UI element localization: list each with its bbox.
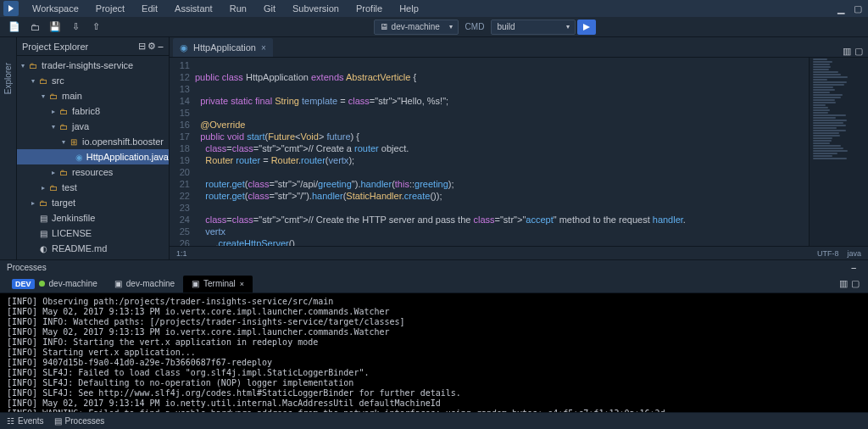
split-terminal-icon[interactable]: ▥	[839, 278, 848, 289]
processes-title: Processes	[7, 263, 47, 272]
upload-icon[interactable]: ⇧	[86, 19, 105, 36]
events-tab[interactable]: ☷Events	[7, 416, 44, 426]
tree-java[interactable]: ▾🗀java	[17, 119, 169, 134]
tree-license[interactable]: ▤LICENSE	[17, 226, 169, 241]
chevron-down-icon: ▾	[449, 23, 453, 31]
java-file-icon: ◉	[180, 42, 188, 53]
editor-area: ◉ HttpApplication × ▥ ▢ 11 12 13 14 15 1…	[170, 37, 868, 259]
close-terminal-icon[interactable]: ×	[240, 280, 244, 288]
encoding-label: UTF-8	[817, 249, 839, 258]
tab-http-application[interactable]: ◉ HttpApplication ×	[173, 38, 273, 57]
machine-icon: 🖥	[380, 22, 388, 31]
new-file-icon[interactable]: 📄	[5, 19, 24, 36]
minimap[interactable]	[809, 58, 868, 246]
code-content[interactable]: public class HttpApplication extends Abs…	[195, 58, 809, 246]
cursor-position: 1:1	[176, 249, 187, 258]
cmd-label: CMD	[460, 22, 490, 31]
line-gutter: 11 12 13 14 15 16 17 18 19 20 21 22 23 2…	[170, 58, 195, 246]
tree-package[interactable]: ▾⊞io.openshift.booster	[17, 134, 169, 149]
dev-badge: DEV	[12, 279, 35, 289]
tree-resources[interactable]: ▸🗀resources	[17, 164, 169, 180]
menu-workspace[interactable]: Workspace	[24, 2, 87, 15]
proc-tab-label: dev-machine	[126, 279, 175, 288]
maximize-editor-icon[interactable]: ▢	[854, 46, 863, 57]
machine-label: dev-machine	[392, 22, 440, 31]
gear-icon[interactable]: ⚙	[147, 41, 156, 52]
editor-statusbar: 1:1 UTF-8 java	[170, 246, 868, 259]
terminal-output[interactable]: [INFO] Observing path:/projects/trader-i…	[0, 293, 868, 412]
command-selector[interactable]: build ▾	[491, 20, 576, 35]
menu-edit[interactable]: Edit	[133, 2, 166, 15]
tree-src[interactable]: ▾🗀src	[17, 73, 169, 88]
maximize-terminal-icon[interactable]: ▢	[851, 278, 860, 289]
processes-tab[interactable]: ▤Processes	[54, 416, 105, 426]
machine-selector[interactable]: 🖥 dev-machine ▾	[374, 20, 459, 35]
proc-tab-label: Terminal	[203, 279, 236, 288]
minimize-panel-icon[interactable]: ‒	[158, 41, 164, 52]
menu-help[interactable]: Help	[391, 2, 427, 15]
menu-profile[interactable]: Profile	[348, 2, 391, 15]
tree-test[interactable]: ▸🗀test	[17, 180, 169, 195]
proc-tab-machine2[interactable]: ▣ dev-machine	[106, 276, 183, 292]
code-editor[interactable]: 11 12 13 14 15 16 17 18 19 20 21 22 23 2…	[170, 58, 868, 246]
import-icon[interactable]: ⇩	[66, 19, 85, 36]
explorer-title: Project Explorer	[22, 42, 88, 52]
tree-root[interactable]: ▾🗀trader-insights-service	[17, 58, 169, 73]
tree-http-application[interactable]: ◉HttpApplication.java	[17, 149, 169, 164]
processes-header: Processes ‒	[0, 259, 868, 275]
events-icon: ☷	[7, 416, 14, 426]
process-tabs: DEV dev-machine ▣ dev-machine ▣ Terminal…	[0, 275, 868, 293]
bottom-tab-strip: ☷Events ▤Processes	[0, 412, 868, 429]
editor-tabs: ◉ HttpApplication × ▥ ▢	[170, 37, 868, 58]
menu-project[interactable]: Project	[87, 2, 133, 15]
side-tab-strip: Explorer	[0, 37, 17, 259]
file-tree: ▾🗀trader-insights-service ▾🗀src ▾🗀main ▸…	[17, 56, 169, 259]
project-explorer: Project Explorer ⊟ ⚙ ‒ ▾🗀trader-insights…	[17, 37, 170, 259]
svg-marker-0	[8, 5, 14, 12]
tab-label: HttpApplication	[193, 42, 256, 53]
terminal-icon: ▣	[192, 279, 199, 288]
tree-fabric8[interactable]: ▸🗀fabric8	[17, 103, 169, 119]
tree-readme[interactable]: ◐README.md	[17, 241, 169, 256]
close-tab-icon[interactable]: ×	[261, 43, 266, 53]
menu-subversion[interactable]: Subversion	[284, 2, 348, 15]
command-label: build	[497, 22, 515, 31]
processes-icon: ▤	[54, 416, 62, 426]
proc-tab-terminal[interactable]: ▣ Terminal ×	[183, 276, 253, 292]
chevron-down-icon: ▾	[566, 23, 570, 31]
menu-run[interactable]: Run	[221, 2, 255, 15]
tree-main[interactable]: ▾🗀main	[17, 88, 169, 103]
menu-assistant[interactable]: Assistant	[166, 2, 221, 15]
minimize-processes-icon[interactable]: ‒	[851, 263, 856, 272]
menubar: Workspace Project Edit Assistant Run Git…	[0, 0, 868, 17]
split-icon[interactable]: ▥	[843, 46, 851, 57]
explorer-side-tab[interactable]: Explorer	[3, 63, 13, 94]
main-area: Explorer Project Explorer ⊟ ⚙ ‒ ▾🗀trader…	[0, 37, 868, 259]
run-button[interactable]	[577, 20, 596, 35]
save-icon[interactable]: 💾	[46, 19, 64, 36]
proc-tab-label: dev-machine	[49, 279, 97, 288]
proc-tab-dev-machine[interactable]: DEV dev-machine	[3, 276, 106, 292]
app-logo[interactable]	[3, 1, 19, 16]
toolbar: 📄 🗀 💾 ⇩ ⇧ 🖥 dev-machine ▾ CMD build ▾	[0, 17, 868, 37]
language-label: java	[847, 249, 861, 258]
expand-icon[interactable]: ▢	[851, 2, 865, 15]
new-folder-icon[interactable]: 🗀	[25, 19, 44, 36]
terminal-icon: ▣	[114, 279, 122, 288]
status-dot-icon	[39, 281, 45, 287]
menu-git[interactable]: Git	[255, 2, 284, 15]
tree-jenkinsfile[interactable]: ▤Jenkinsfile	[17, 210, 169, 226]
explorer-header: Project Explorer ⊟ ⚙ ‒	[17, 37, 169, 56]
svg-marker-1	[583, 24, 590, 31]
tree-target[interactable]: ▸🗀target	[17, 195, 169, 210]
collapse-icon[interactable]: ⊟	[138, 41, 146, 52]
minimize-icon[interactable]: ▁	[834, 2, 848, 15]
